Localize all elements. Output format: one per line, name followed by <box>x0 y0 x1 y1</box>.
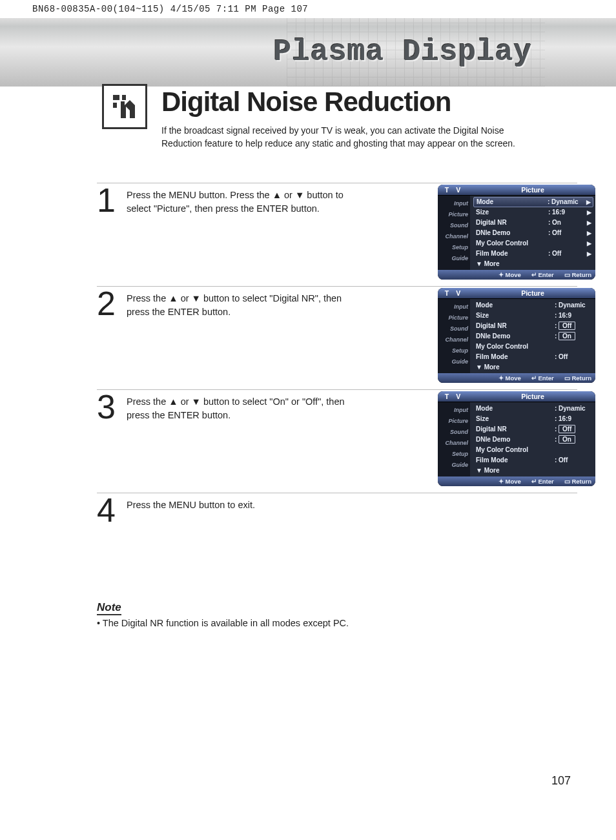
note-title: Note <box>97 601 121 615</box>
step-number: 1 <box>97 187 120 280</box>
step-text: Press the ▲ or ▼ button to select "On" o… <box>127 394 365 486</box>
step-number: 4 <box>97 497 120 524</box>
note-body: • The Digital NR function is available i… <box>97 618 577 628</box>
svg-rect-1 <box>122 95 126 100</box>
step-3: 3 Press the ▲ or ▼ button to select "On"… <box>97 389 577 493</box>
intro-text: If the broadcast signal received by your… <box>161 124 536 150</box>
step-text: Press the ▲ or ▼ button to select "Digit… <box>127 291 365 383</box>
step-number: 2 <box>97 291 120 383</box>
svg-rect-2 <box>113 103 117 108</box>
step-4: 4 Press the MENU button to exit. <box>97 493 577 531</box>
step-2: 2 Press the ▲ or ▼ button to select "Dig… <box>97 286 577 389</box>
step-1: 1 Press the MENU button. Press the ▲ or … <box>97 183 577 286</box>
osd-category: Picture <box>470 185 595 195</box>
osd-main: Mode:Dynamic▶ Size:16:9▶ Digital NR:On▶ … <box>470 196 595 270</box>
page-title: Digital Noise Reduction <box>161 87 577 118</box>
step-text: Press the MENU button to exit. <box>127 497 255 524</box>
banner: Plasma Display <box>0 18 616 87</box>
page-number: 107 <box>551 774 571 788</box>
osd-panel-3: T V Picture Input Picture Sound Channel … <box>438 391 595 486</box>
osd-tv-label: T V <box>438 185 470 195</box>
osd-panel-2: T V Picture Input Picture Sound Channel … <box>438 288 595 383</box>
step-text: Press the MENU button. Press the ▲ or ▼ … <box>127 187 365 280</box>
section-icon <box>102 84 147 129</box>
svg-rect-0 <box>113 95 119 100</box>
print-header: BN68-00835A-00(104~115) 4/15/05 7:11 PM … <box>0 0 616 18</box>
osd-panel-1: T V Picture Input Picture Sound Channel … <box>438 185 595 280</box>
step-number: 3 <box>97 394 120 486</box>
osd-sidebar: Input Picture Sound Channel Setup Guide <box>438 196 470 270</box>
banner-title: Plasma Display <box>274 36 532 69</box>
osd-footer: ✦ Move ↵ Enter ▭ Return <box>438 270 595 280</box>
note-section: Note • The Digital NR function is availa… <box>97 601 577 628</box>
